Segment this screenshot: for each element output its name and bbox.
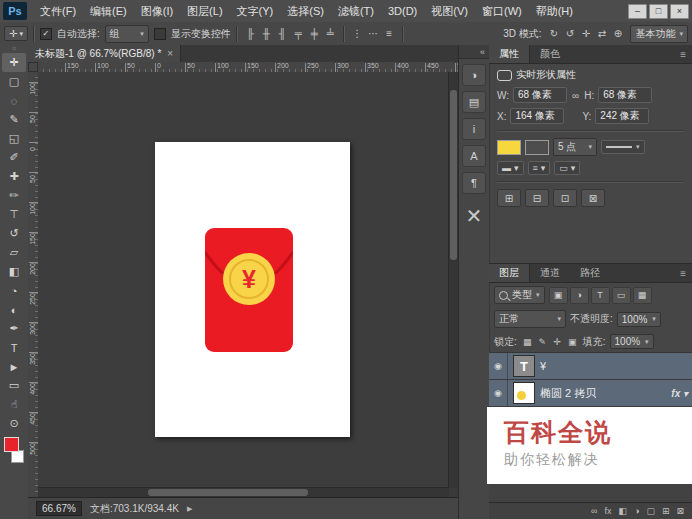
layer-group-icon[interactable]: ▢: [646, 506, 655, 516]
filter-pixel-layers-icon[interactable]: ▣: [549, 287, 568, 304]
path-selection-tool[interactable]: ►: [2, 357, 26, 376]
horizontal-scrollbar[interactable]: [38, 487, 449, 497]
auto-select-dropdown[interactable]: 组 ▾: [105, 25, 149, 43]
width-field[interactable]: 68 像素: [513, 87, 567, 103]
history-brush-tool[interactable]: ↺: [2, 224, 26, 243]
type-tool[interactable]: T: [2, 338, 26, 357]
properties-tab[interactable]: 颜色: [530, 45, 570, 63]
menu-item[interactable]: 文字(Y): [230, 0, 281, 22]
show-transform-checkbox[interactable]: [154, 28, 166, 40]
filter-shape-layers-icon[interactable]: ▭: [612, 287, 631, 304]
filter-smart-objects-icon[interactable]: ▦: [633, 287, 652, 304]
pen-tool[interactable]: ✒: [2, 319, 26, 338]
exclude-shapes-icon[interactable]: ⊠: [581, 189, 605, 207]
menu-item[interactable]: 滤镜(T): [331, 0, 381, 22]
lasso-tool[interactable]: ◌: [2, 91, 26, 110]
tool-preset-button[interactable]: ✛ ▾: [4, 26, 28, 41]
visibility-eye-icon[interactable]: ◉: [489, 380, 508, 406]
menu-item[interactable]: 选择(S): [280, 0, 331, 22]
dodge-tool[interactable]: ◐: [2, 300, 26, 319]
distribute-vertical-centers-icon[interactable]: ⋮: [350, 26, 365, 41]
menu-item[interactable]: 编辑(E): [83, 0, 134, 22]
stroke-style-dropdown[interactable]: ▾: [601, 140, 645, 154]
layer-row[interactable]: ◉椭圆 2 拷贝fx ▾: [489, 380, 692, 407]
lock-transparent-pixels-icon[interactable]: ▦: [521, 335, 534, 348]
gradient-tool[interactable]: ◧: [2, 262, 26, 281]
distribute-spacing-icon[interactable]: ≡: [382, 26, 397, 41]
menu-item[interactable]: 文件(F): [33, 0, 83, 22]
menu-item[interactable]: 图像(I): [134, 0, 180, 22]
clone-stamp-tool[interactable]: ⊤: [2, 205, 26, 224]
zoom-tool[interactable]: ⊙: [2, 414, 26, 433]
rectangle-tool[interactable]: ▭: [2, 376, 26, 395]
layers-tab[interactable]: 通道: [530, 264, 570, 282]
menu-item[interactable]: 3D(D): [381, 0, 424, 22]
brush-tool[interactable]: ✏: [2, 186, 26, 205]
new-layer-icon[interactable]: ⊞: [662, 506, 670, 516]
align-right-edges-icon[interactable]: ╢: [275, 26, 290, 41]
maximize-button[interactable]: □: [649, 4, 668, 19]
distribute-horizontal-centers-icon[interactable]: ⋯: [366, 26, 381, 41]
horizontal-scrollbar-thumb[interactable]: [148, 489, 308, 496]
layer-style-icon[interactable]: fx: [604, 506, 611, 516]
hand-tool[interactable]: ☝: [2, 395, 26, 414]
move-tool[interactable]: ✛: [2, 53, 26, 72]
subtract-shape-icon[interactable]: ⊟: [525, 189, 549, 207]
ruler-origin-corner[interactable]: [28, 62, 38, 72]
eyedropper-tool[interactable]: ✐: [2, 148, 26, 167]
blur-tool[interactable]: ◔: [2, 281, 26, 300]
lock-position-icon[interactable]: ✛: [551, 335, 564, 348]
expand-panels-button[interactable]: «: [459, 45, 489, 59]
3d-roll-icon[interactable]: ↺: [562, 26, 577, 41]
height-field[interactable]: 68 像素: [598, 87, 652, 103]
layer-filter-dropdown[interactable]: 类型 ▾: [494, 286, 545, 304]
paragraph-panel-icon[interactable]: ¶: [462, 172, 486, 194]
layers-tab[interactable]: 路径: [570, 264, 610, 282]
menu-item[interactable]: 视图(V): [424, 0, 475, 22]
layer-mask-icon[interactable]: ◧: [618, 506, 627, 516]
properties-tab[interactable]: 属性: [489, 45, 530, 63]
marquee-tool[interactable]: ▢: [2, 72, 26, 91]
shape-detail-dropdown[interactable]: ▭▾: [554, 161, 580, 175]
info-panel-icon[interactable]: i: [462, 118, 486, 140]
y-field[interactable]: 242 像素: [595, 108, 649, 124]
link-dimensions-icon[interactable]: ∞: [571, 90, 580, 101]
styles-panel-icon[interactable]: ▤: [462, 91, 486, 113]
opacity-dropdown[interactable]: 100% ▾: [617, 312, 661, 327]
visibility-eye-icon[interactable]: ◉: [489, 353, 508, 379]
quick-selection-tool[interactable]: ✎: [2, 110, 26, 129]
shape-detail-dropdown[interactable]: ▬▾: [497, 161, 524, 175]
combine-shapes-icon[interactable]: ⊞: [497, 189, 521, 207]
shape-fill-swatch[interactable]: [497, 140, 521, 155]
3d-drag-icon[interactable]: ✛: [578, 26, 593, 41]
close-button[interactable]: ×: [670, 4, 689, 19]
panel-gripper[interactable]: ≡: [12, 45, 16, 53]
panel-menu-icon[interactable]: ≡: [680, 268, 692, 279]
filter-type-layers-icon[interactable]: T: [591, 287, 610, 304]
lock-image-pixels-icon[interactable]: ✎: [536, 335, 549, 348]
vertical-scrollbar[interactable]: [448, 72, 458, 488]
shape-detail-dropdown[interactable]: ≡▾: [528, 161, 551, 175]
fill-dropdown[interactable]: 100% ▾: [610, 334, 654, 349]
blend-mode-dropdown[interactable]: 正常 ▾: [494, 310, 566, 328]
vertical-scrollbar-thumb[interactable]: [450, 90, 457, 260]
zoom-level-field[interactable]: 66.67%: [36, 501, 82, 516]
x-field[interactable]: 164 像素: [510, 108, 564, 124]
layer-row[interactable]: ◉T¥: [489, 353, 692, 380]
delete-layer-icon[interactable]: ⊠: [676, 506, 684, 516]
character-panel-icon[interactable]: A: [462, 145, 486, 167]
adjustments-panel-icon[interactable]: ◑: [462, 64, 486, 86]
document-tab[interactable]: 未标题-1 @ 66.7%(RGB/8) * ×: [28, 45, 181, 62]
eraser-tool[interactable]: ▱: [2, 243, 26, 262]
menu-item[interactable]: 窗口(W): [475, 0, 529, 22]
layers-tab[interactable]: 图层: [489, 264, 530, 282]
align-horizontal-centers-icon[interactable]: ╫: [259, 26, 274, 41]
align-vertical-centers-icon[interactable]: ╪: [307, 26, 322, 41]
layer-effects-badge[interactable]: fx ▾: [671, 388, 688, 399]
healing-brush-tool[interactable]: ✚: [2, 167, 26, 186]
tab-close-icon[interactable]: ×: [167, 48, 173, 59]
status-flyout-arrow-icon[interactable]: ▶: [187, 505, 192, 513]
menu-item[interactable]: 图层(L): [180, 0, 229, 22]
align-top-edges-icon[interactable]: ╤: [291, 26, 306, 41]
lock-all-icon[interactable]: ▣: [566, 335, 579, 348]
